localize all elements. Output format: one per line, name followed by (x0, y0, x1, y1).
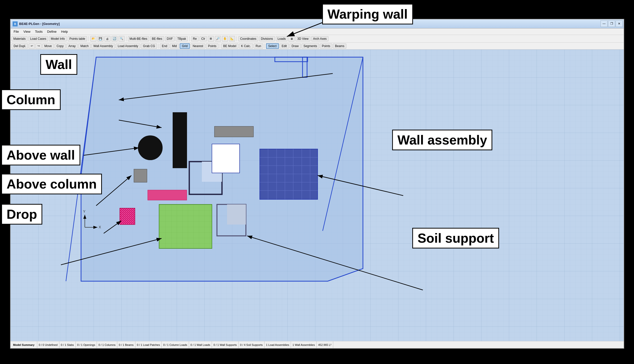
menu-file[interactable]: File (12, 29, 21, 34)
tb-print-icon[interactable]: 🖨 (104, 36, 110, 42)
status-wall-supports: 0 / 1 Wall Supports (212, 341, 239, 348)
status-columns: 0 / 1 Columns (97, 341, 117, 348)
status-undefined: 0 / 0 Undefined (37, 341, 59, 348)
pink-bar (148, 190, 187, 200)
tb2-copy[interactable]: Copy (55, 44, 66, 49)
right-c-inner (227, 204, 246, 225)
svg-rect-8 (120, 208, 135, 225)
wall-annotation: Wall (40, 54, 77, 75)
main-window: B BE4E-PLGen - [Geometry] — ❐ ✕ File Vie… (10, 19, 624, 349)
status-soil-supports: 0 / 4 Soil Supports (239, 341, 265, 348)
sep3 (189, 36, 190, 41)
tb2-beams[interactable]: Beams (333, 44, 346, 49)
app-icon: B (13, 21, 18, 26)
tb-re[interactable]: Re (191, 36, 198, 41)
tb-pan-icon[interactable]: ✋ (222, 36, 228, 42)
tb-materials[interactable]: Materials (12, 36, 27, 41)
tb2-redo-icon[interactable]: ↪ (35, 43, 42, 49)
tb2-wall-assembly[interactable]: Wall Assembly (91, 44, 115, 49)
tb2-draw[interactable]: Draw (290, 44, 301, 49)
tb-model-info[interactable]: Model Info (49, 36, 67, 41)
menu-tools[interactable]: Tools (33, 29, 45, 34)
tb-measure-icon[interactable]: 📐 (229, 36, 235, 42)
tb-be-files[interactable]: BE-files (150, 36, 164, 41)
sep7 (265, 44, 265, 49)
tb-arch-axes[interactable]: Arch Axes (311, 36, 328, 41)
tb-tbpak[interactable]: TBpak (176, 36, 188, 41)
tb-open-icon[interactable]: 📂 (90, 36, 96, 42)
tb-grid-icon[interactable]: ⊞ (208, 36, 214, 42)
tb2-be-model[interactable]: BE Model (221, 44, 238, 49)
tb-load-cases[interactable]: Load Cases (28, 36, 48, 41)
title-bar: B BE4E-PLGen - [Geometry] — ❐ ✕ (11, 19, 624, 28)
status-model-summary: Model Summary (12, 341, 37, 348)
tb-dxf[interactable]: DXF (165, 36, 175, 41)
tb-3d-icon[interactable]: 🖥 (288, 36, 294, 42)
minimize-button[interactable]: — (601, 20, 608, 27)
tb-divisions[interactable]: Divisions (259, 36, 275, 41)
tb2-points[interactable]: Points (206, 44, 218, 49)
tb2-del-dupl[interactable]: Del Dupl. (12, 44, 28, 49)
status-wall-loads: 0 / 1 Wall Loads (189, 341, 212, 348)
restore-button[interactable]: ❐ (608, 20, 615, 27)
menu-help[interactable]: Help (59, 29, 70, 34)
title-text: BE4E-PLGen - [Geometry] (19, 22, 60, 26)
canvas-area[interactable]: X Y (11, 50, 624, 341)
grid-svg: X Y (11, 50, 624, 341)
tb-coordinates[interactable]: Coordinates (238, 36, 258, 41)
tb-refresh-icon[interactable]: 🔄 (111, 36, 118, 42)
tb-clr[interactable]: Clr (200, 36, 207, 41)
tb2-match[interactable]: Match (78, 44, 91, 49)
above-wall-annotation: Above wall (1, 145, 80, 165)
tb-multi-be-files[interactable]: Multi-BE-files (128, 36, 149, 41)
tb2-end[interactable]: End (160, 44, 169, 49)
tb2-select[interactable]: Select (266, 43, 279, 49)
status-area: 452.965 L² (317, 341, 333, 348)
toolbar2: Del Dupl. ↩ ↪ Move Copy Array Match Wall… (11, 43, 624, 50)
menu-define[interactable]: Define (45, 29, 59, 34)
menu-view[interactable]: View (21, 29, 32, 34)
tb2-grid[interactable]: Grid (180, 43, 190, 49)
wall-assembly-annotation: Wall assembly (392, 130, 492, 150)
column-annotation: Column (1, 89, 61, 110)
tb2-points2[interactable]: Points (320, 44, 332, 49)
tb2-move[interactable]: Move (42, 44, 54, 49)
soil-support-annotation: Soil support (412, 228, 499, 248)
menu-bar: File View Tools Define Help (11, 28, 624, 35)
white-rect (212, 144, 240, 173)
sep1 (89, 36, 89, 41)
tb2-run[interactable]: Run (254, 44, 263, 49)
status-bar: Model Summary 0 / 0 Undefined 0 / 1 Slab… (11, 341, 624, 348)
tb-loads[interactable]: Loads (276, 36, 288, 41)
tb2-undo-icon[interactable]: ↩ (29, 43, 35, 49)
y-axis-label: Y (83, 209, 86, 213)
status-column-loads: 0 / 1 Column Loads (162, 341, 189, 348)
wall-assembly-rect (260, 149, 318, 199)
x-axis-label: X (99, 225, 101, 229)
tb-zoom-fit-icon[interactable]: 🔍 (119, 36, 125, 42)
status-beams: 0 / 1 Beams (117, 341, 135, 348)
column-circle (138, 136, 162, 160)
status-wall-assemblies: 1 Wall Assemblies (291, 341, 317, 348)
window-controls: — ❐ ✕ (601, 20, 623, 27)
tb2-array[interactable]: Array (66, 44, 78, 49)
above-wall-rect (214, 126, 253, 137)
tb2-k-calc[interactable]: K Calc. (239, 44, 253, 49)
sep6 (220, 44, 220, 49)
tb-points-table[interactable]: Points table (68, 36, 87, 41)
tb2-load-assembly[interactable]: Load Assembly (116, 44, 140, 49)
status-openings: 0 / 1 Openings (76, 341, 97, 348)
status-slabs: 0 / 1 Slabs (59, 341, 76, 348)
tb-save-icon[interactable]: 💾 (97, 36, 103, 42)
sep5 (158, 44, 159, 49)
tb-3d-view[interactable]: 3D View (295, 36, 310, 41)
tb2-mid[interactable]: Mid (170, 44, 179, 49)
status-load-patches: 0 / 1 Load Patches (135, 341, 162, 348)
close-button[interactable]: ✕ (616, 20, 623, 27)
tb2-segments[interactable]: Segments (302, 44, 319, 49)
drop-annotation: Drop (1, 204, 42, 225)
tb2-nearest[interactable]: Nearest (191, 44, 205, 49)
tb2-edit[interactable]: Edit (280, 44, 289, 49)
tb-zoom-icon[interactable]: 🔎 (215, 36, 221, 42)
tb2-grab-cg[interactable]: Grab CG (141, 44, 157, 49)
